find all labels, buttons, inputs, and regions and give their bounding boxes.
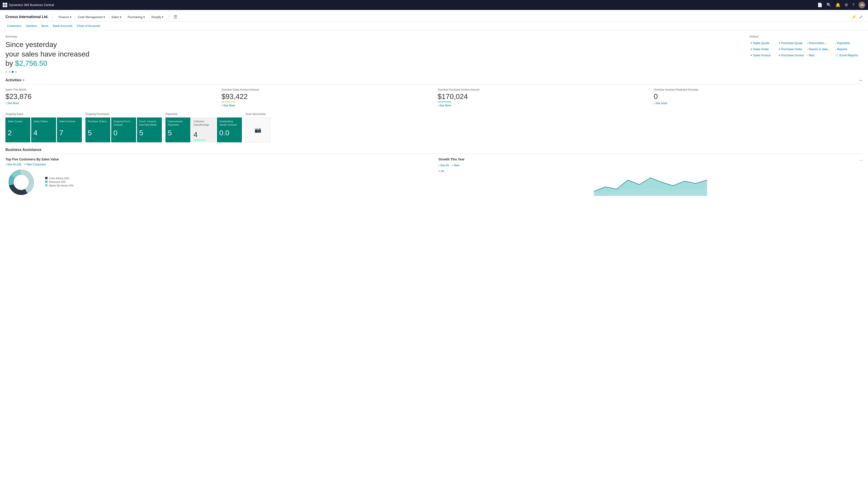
subnav-chart-of-accounts[interactable]: Chart of Accounts	[75, 23, 102, 29]
scan-label: Scan documents	[246, 112, 270, 116]
subnav-customers[interactable]: Customers	[5, 23, 23, 29]
activity-label: Overdue Sales Invoice Amount	[221, 88, 430, 92]
see-all-arrow-icon: ›	[5, 163, 6, 166]
tile-value: 5	[139, 129, 160, 136]
main-nav: Finance ▾ Cash Management ▾ Sales ▾ Purc…	[56, 13, 851, 21]
tile-label: Sales Orders	[33, 120, 54, 128]
tile-arrow-icon: ›	[88, 137, 108, 140]
scan-tile[interactable]: 📷	[246, 118, 270, 142]
tile-unprocessed-payments[interactable]: Unprocessed Payments 5 ›	[165, 118, 190, 142]
see-more-predicted[interactable]: › See more	[654, 102, 863, 105]
subnav-bank-accounts[interactable]: Bank Accounts	[51, 23, 74, 29]
expand-icon[interactable]: ⤢	[859, 14, 863, 20]
notification-icon[interactable]: 🔔	[835, 2, 840, 7]
tiles-group-ongoing-purchases: Ongoing Purchases Purchase Orders 5 › On…	[86, 112, 162, 142]
action-payments[interactable]: › Payments	[834, 41, 863, 45]
dot-4[interactable]	[15, 71, 17, 73]
action-purchase-quote[interactable]: + Purchase Quote	[778, 41, 806, 45]
underline-orange	[221, 102, 235, 102]
donut-chart	[5, 169, 41, 196]
tile-sales-orders[interactable]: Sales Orders 4 ›	[31, 118, 56, 142]
see-more-sales-month[interactable]: › See More	[5, 102, 214, 105]
growth-more-icon[interactable]: ⋯	[859, 158, 863, 162]
tiles-row: Ongoing Sales Sales Quotes 2 › Sales Ord…	[5, 112, 863, 142]
summary-left: Summary Since yesterday your sales have …	[5, 35, 741, 73]
activities-more-icon[interactable]: ⋯	[859, 78, 863, 83]
see-more-overdue-purchase[interactable]: › See More	[438, 104, 647, 107]
activity-label: Overdue Invoices Predicted Overdue	[654, 88, 863, 92]
search-icon[interactable]: 🔍	[827, 2, 831, 7]
document-icon[interactable]: 📄	[817, 2, 822, 7]
action-label: Search in data...	[809, 47, 830, 51]
new-growth-link[interactable]: + New	[452, 164, 459, 167]
donut-legend: Coho Winery 29% Relecloud 14% Alpine Ski…	[45, 177, 73, 188]
hamburger-menu-icon[interactable]: ☰	[172, 13, 179, 21]
nav-item-shopify[interactable]: Shopify ▾	[149, 13, 166, 21]
tile-value: 2	[8, 129, 28, 136]
action-excel-reports[interactable]: 📄 Excel Reports	[834, 53, 863, 57]
see-more-overdue-sales[interactable]: › See More	[221, 104, 430, 107]
summary-headline: Since yesterday your sales have increase…	[5, 40, 741, 68]
see-all-growth-link[interactable]: › See All	[438, 164, 449, 167]
nav-item-finance[interactable]: Finance ▾	[56, 13, 74, 21]
tile-collection-days[interactable]: Collection Days/Average 4	[191, 118, 216, 142]
donut-chart-area: Coho Winery 29% Relecloud 14% Alpine Ski…	[5, 169, 430, 196]
summary-label: Summary	[5, 35, 741, 38]
growth-title: Growth This Year	[438, 158, 465, 161]
main-container: Cronus International Ltd. Finance ▾ Cash…	[0, 10, 868, 488]
summary-dots	[5, 71, 741, 73]
action-arrow-icon: ›	[835, 48, 836, 51]
help-icon[interactable]: ?	[852, 3, 855, 7]
settings-icon[interactable]: ⚙	[844, 2, 848, 7]
dot-3[interactable]	[12, 71, 13, 73]
top-bar: Dynamics 365 Business Central 📄 🔍 🔔 ⚙ ? …	[0, 0, 868, 10]
action-arrow-icon: ›	[807, 42, 808, 44]
nav-item-sales[interactable]: Sales ▾	[109, 13, 124, 21]
legend-alpine: Alpine Ski House 14%	[45, 184, 73, 187]
activities-chevron-icon[interactable]: ▾	[23, 78, 24, 82]
growth-chart-area	[438, 173, 863, 196]
tile-sales-invoices[interactable]: Sales Invoices 7 ›	[57, 118, 82, 142]
subnav-items[interactable]: Items	[39, 23, 51, 29]
nav-item-cash-management[interactable]: Cash Management ▾	[75, 13, 108, 21]
company-name: Cronus International Ltd.	[5, 15, 49, 19]
tile-arrow-icon: ›	[139, 137, 160, 140]
growth-section: Growth This Year ⋯ › See All + New 1.	[438, 158, 863, 196]
business-assistance-title: Business Assistance	[5, 148, 863, 154]
action-find-entries[interactable]: › Find entries...	[806, 41, 834, 45]
tile-ongoing-purch-invoices[interactable]: Ongoing Purch. Invoices 0 ›	[111, 118, 136, 142]
see-more-arrow-icon: ›	[654, 102, 655, 105]
action-search-in-data[interactable]: › Search in data...	[806, 47, 834, 51]
action-sales-order[interactable]: + Sales Order	[749, 47, 778, 51]
action-plus-icon: +	[750, 54, 752, 57]
see-all-customers-link[interactable]: › See All (19)	[5, 163, 21, 166]
dot-1[interactable]	[5, 71, 7, 73]
action-sales-quote[interactable]: + Sales Quote	[749, 41, 778, 45]
sub-nav: Customers Vendors Items Bank Accounts Ch…	[0, 22, 868, 31]
dot-2[interactable]	[8, 71, 10, 73]
tile-arrow-icon: ›	[114, 137, 134, 140]
subnav-vendors[interactable]: Vendors	[24, 23, 39, 29]
app-grid-icon[interactable]	[3, 3, 7, 7]
see-all-growth-arrow-icon: ›	[438, 164, 439, 167]
tile-outstanding-vendor[interactable]: Outstanding Vendor Invoices 0.0 ›	[217, 118, 242, 142]
action-sales-invoice[interactable]: + Sales Invoice	[749, 53, 778, 57]
tile-value: 7	[59, 129, 80, 136]
new-customers-link[interactable]: + New Customers	[24, 163, 46, 166]
action-purchase-order[interactable]: + Purchase Order	[778, 47, 806, 51]
nav-item-purchasing[interactable]: Purchasing ▾	[125, 13, 148, 21]
business-assistance-section: Business Assistance Top Five Customers B…	[5, 148, 863, 196]
tile-purchase-orders[interactable]: Purchase Orders 5 ›	[86, 118, 110, 142]
avatar[interactable]: JD	[859, 2, 865, 8]
action-new[interactable]: › New	[806, 53, 834, 57]
action-purchase-invoice[interactable]: + Purchase Invoice	[778, 53, 806, 57]
tile-sales-quotes[interactable]: Sales Quotes 2 ›	[5, 118, 30, 142]
personalize-icon[interactable]: ⚡	[851, 14, 857, 20]
legend-coho: Coho Winery 29%	[45, 177, 73, 180]
header-right-icons: ⚡ ⤢	[851, 14, 863, 20]
tile-purch-invoices-due[interactable]: Purch. Invoices Due Next Week 5 ›	[137, 118, 162, 142]
action-arrow-icon: ›	[807, 54, 808, 57]
tile-label: Purch. Invoices Due Next Week	[139, 120, 160, 128]
action-reports[interactable]: › Reports	[834, 47, 863, 51]
actions-grid: + Sales Quote + Purchase Quote › Find en…	[749, 41, 863, 57]
